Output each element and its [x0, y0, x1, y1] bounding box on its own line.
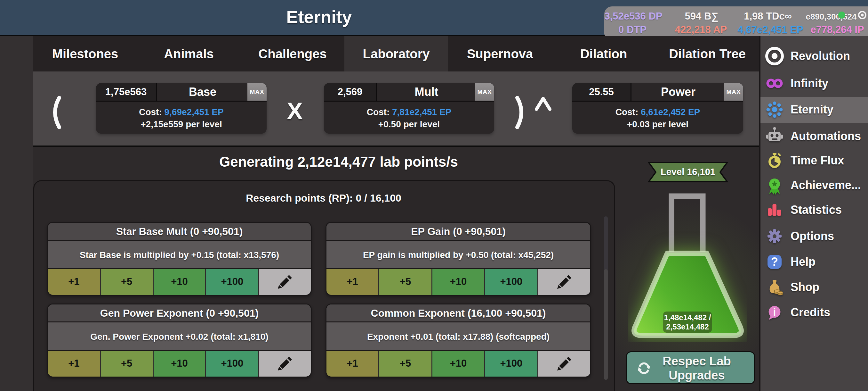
svg-text:?: ? — [771, 255, 778, 268]
svg-text:i: i — [773, 306, 776, 318]
